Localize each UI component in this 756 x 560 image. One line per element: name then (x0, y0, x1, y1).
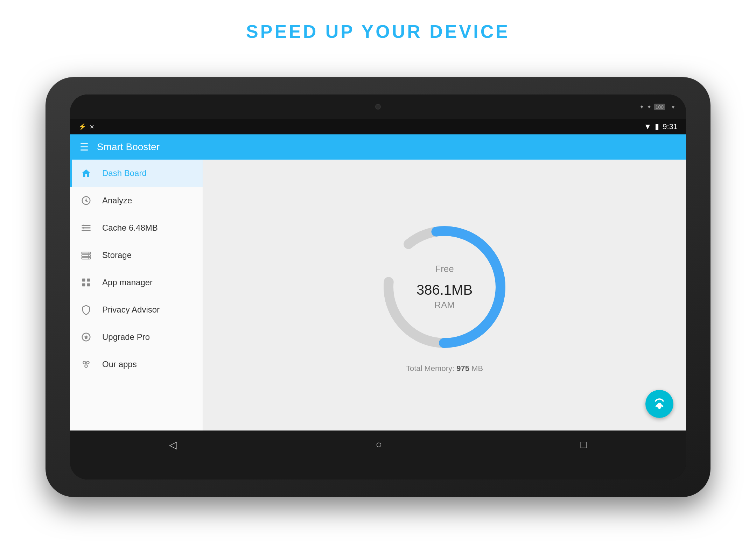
shield-icon (80, 303, 92, 316)
sidebar-label-upgrade: Upgrade Pro (102, 332, 150, 342)
sidebar-label-analyze: Analyze (102, 196, 132, 205)
svg-point-4 (83, 230, 84, 231)
sidebar-item-ourapps[interactable]: Our apps (70, 351, 203, 378)
app-title: Smart Booster (97, 141, 160, 153)
ram-mb-unit: MB (451, 282, 472, 298)
analyze-icon (80, 194, 92, 207)
page-headline: SPEED UP YOUR DEVICE (0, 0, 756, 42)
fab-button[interactable] (645, 390, 673, 418)
svg-point-18 (85, 365, 88, 368)
notification-icon-1: ⚡ (78, 123, 86, 131)
svg-point-17 (86, 361, 89, 364)
status-bar-left: ⚡ ✕ (78, 123, 94, 131)
camera (375, 104, 381, 110)
home-icon (80, 167, 92, 180)
ram-value: 386.1MB (416, 274, 472, 298)
top-bezel: ✦ ✦ 100 ▼ (70, 94, 686, 119)
svg-rect-12 (87, 279, 90, 282)
home-button[interactable]: ○ (369, 435, 389, 454)
ram-free-label: Free (416, 264, 472, 274)
tablet-screen: ✦ ✦ 100 ▼ ⚡ ✕ ▼ ▮ 9:31 ☰ (70, 94, 686, 479)
bottom-bezel (70, 458, 686, 479)
sidebar-item-privacy[interactable]: Privacy Advisor (70, 296, 203, 323)
bottom-navigation: ◁ ○ □ (70, 430, 686, 458)
main-content: Dash Board Analyze (70, 160, 686, 430)
sidebar-item-appmanager[interactable]: App manager (70, 269, 203, 296)
status-bar-right: ▼ ▮ 9:31 (644, 122, 678, 131)
sidebar-label-appmanager: App manager (102, 278, 153, 287)
app-bar: ☰ Smart Booster (70, 134, 686, 160)
upgrade-icon (80, 331, 92, 343)
ram-center-text: Free 386.1MB RAM (416, 264, 472, 310)
total-memory-unit: MB (471, 364, 483, 373)
content-area: Free 386.1MB RAM Total Memory: 975 (203, 160, 686, 430)
status-bar: ⚡ ✕ ▼ ▮ 9:31 (70, 119, 686, 134)
svg-rect-14 (87, 284, 90, 287)
time-display: 9:31 (663, 122, 678, 131)
cache-icon (80, 222, 92, 234)
recents-button[interactable]: □ (573, 435, 594, 454)
apps-icon (80, 276, 92, 289)
svg-point-22 (657, 403, 662, 409)
notification-icon-2: ✕ (90, 124, 94, 130)
sidebar-label-cache: Cache 6.48MB (102, 223, 158, 233)
sidebar-item-upgrade[interactable]: Upgrade Pro (70, 323, 203, 351)
tablet-device: ✦ ✦ 100 ▼ ⚡ ✕ ▼ ▮ 9:31 ☰ (46, 77, 710, 497)
sidebar-item-cache[interactable]: Cache 6.48MB (70, 214, 203, 241)
ourapps-icon (80, 358, 92, 371)
svg-point-10 (88, 258, 89, 259)
svg-point-2 (83, 225, 84, 226)
sidebar-item-dashboard[interactable]: Dash Board (70, 160, 203, 187)
ram-ram-label: RAM (416, 300, 472, 310)
svg-point-8 (88, 253, 89, 254)
sidebar-label-dashboard: Dash Board (102, 168, 147, 178)
ram-container: Free 386.1MB RAM Total Memory: 975 (374, 217, 514, 373)
ram-donut-chart: Free 386.1MB RAM (374, 217, 514, 357)
sidebar: Dash Board Analyze (70, 160, 203, 430)
hamburger-button[interactable]: ☰ (80, 141, 89, 153)
storage-icon (80, 249, 92, 261)
svg-rect-13 (82, 284, 85, 287)
back-button[interactable]: ◁ (162, 435, 184, 454)
sidebar-item-analyze[interactable]: Analyze (70, 187, 203, 214)
sidebar-item-storage[interactable]: Storage (70, 241, 203, 269)
svg-point-9 (88, 255, 89, 256)
svg-point-16 (83, 361, 86, 364)
sidebar-label-storage: Storage (102, 250, 132, 260)
sidebar-label-privacy: Privacy Advisor (102, 305, 160, 315)
wifi-icon: ▼ (644, 122, 651, 131)
android-screen: ⚡ ✕ ▼ ▮ 9:31 ☰ Smart Booster (70, 119, 686, 458)
top-status: ✦ ✦ 100 ▼ (639, 104, 676, 110)
svg-rect-11 (82, 279, 85, 282)
sidebar-label-ourapps: Our apps (102, 359, 137, 369)
svg-point-3 (83, 227, 84, 229)
svg-point-1 (85, 200, 87, 202)
battery-icon: ▮ (655, 122, 659, 131)
